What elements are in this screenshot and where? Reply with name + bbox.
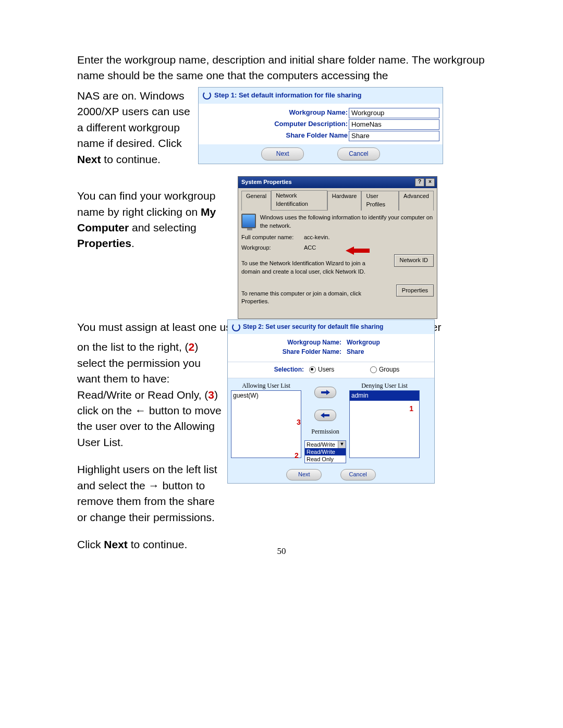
step1-header: Step 1: Set default information for file… [199,88,443,104]
find-workgroup-paragraph: You can find your workgroup name by righ… [77,188,231,252]
tab-network-identification[interactable]: Network Identification [271,190,327,210]
svg-marker-1 [321,390,330,395]
step2-share-label: Share Folder Name: [263,348,347,356]
step1-cancel-button[interactable]: Cancel [337,147,380,161]
step2-title: Step 2: Set user security for default fi… [243,323,383,331]
workgroup-value-sys: ACC [304,244,316,252]
step1-panel: Step 1: Set default information for file… [198,87,443,164]
properties-button[interactable]: Properties [396,285,434,297]
step2-header: Step 2: Set user security for default fi… [228,320,434,334]
workgroup-input[interactable]: Workgroup [349,108,439,118]
step2-cancel-button[interactable]: Cancel [340,469,376,480]
properties-text: To rename this computer or join a domain… [241,290,372,306]
close-button[interactable]: × [425,178,435,187]
full-computer-name-value: acc-kevin. [304,233,330,242]
share-folder-label: Share Folder Name [202,131,349,141]
system-properties-dialog: System Properties ? × General Network Id… [238,176,437,319]
denying-list-title: Denying User List [349,381,420,390]
denying-user-list[interactable]: admin [349,390,420,458]
selection-label: Selection: [231,362,309,377]
help-button[interactable]: ? [415,178,424,187]
intro-paragraph-b: NAS are on. Windows 2000/XP users can us… [77,88,194,167]
groups-radio[interactable]: Groups [370,365,431,374]
annotation-number-2: 2 [295,450,299,461]
move-right-button[interactable] [314,387,336,398]
refresh-icon [232,323,240,331]
annotation-number-1: 1 [409,403,413,414]
chevron-down-icon: ▼ [338,441,346,448]
svg-marker-2 [321,413,329,418]
arrow-left-icon [320,412,331,418]
share-folder-input[interactable]: Share [349,131,439,141]
list-item[interactable]: guest(W) [231,391,301,401]
intro-paragraph: Enter the workgroup name, description an… [77,52,486,84]
tab-hardware[interactable]: Hardware [327,191,362,211]
refresh-icon [203,91,211,100]
description-label: Computer Description: [202,119,349,129]
page-number: 50 [0,545,563,558]
step2-panel: Step 2: Set user security for default fi… [227,319,435,484]
tab-user-profiles[interactable]: User Profiles [361,191,399,211]
permission-option[interactable]: Read/Write [305,448,346,455]
annotation-number-3: 3 [297,417,301,427]
allowing-list-title: Allowing User List [231,381,301,390]
computer-icon [241,214,256,228]
svg-marker-0 [346,246,370,255]
network-id-button[interactable]: Network ID [394,254,434,267]
step2-workgroup-label: Workgroup Name: [263,338,347,347]
description-input[interactable]: HomeNas [349,119,439,130]
radio-icon [309,366,316,373]
permission-select[interactable]: Read/Write ▼ Read/Write Read Only [304,440,346,463]
users-radio[interactable]: Users [309,365,370,374]
step2-workgroup-value: Workgroup [347,338,399,347]
full-computer-name-label: Full computer name: [241,233,304,242]
workgroup-label-sys: Workgroup: [241,244,304,252]
step2-share-value: Share [347,348,399,356]
permission-label: Permission [311,427,339,436]
system-properties-title: System Properties [241,178,292,187]
system-properties-titlebar: System Properties ? × [238,177,437,188]
step1-title: Step 1: Set default information for file… [214,91,361,101]
tab-general[interactable]: General [241,191,271,211]
tab-advanced[interactable]: Advanced [399,191,434,211]
step2-next-button[interactable]: Next [286,469,322,480]
list-item[interactable]: admin [350,391,419,401]
radio-icon [370,366,377,373]
assign-user-paragraph-cont: on the list to the right, (2) select the… [77,339,222,450]
allowing-user-list[interactable]: guest(W) [231,390,301,458]
remove-user-paragraph: Highlight users on the left list and sel… [77,462,222,525]
step1-next-button[interactable]: Next [261,147,304,161]
arrow-right-icon [320,389,331,396]
move-left-button[interactable] [314,410,336,421]
workgroup-label: Workgroup Name: [202,108,349,118]
network-id-text: To use the Network Identification Wizard… [241,260,372,276]
network-intro-text: Windows uses the following information t… [260,214,434,230]
permission-option[interactable]: Read Only [305,455,346,463]
system-properties-tabs: General Network Identification Hardware … [241,190,434,211]
